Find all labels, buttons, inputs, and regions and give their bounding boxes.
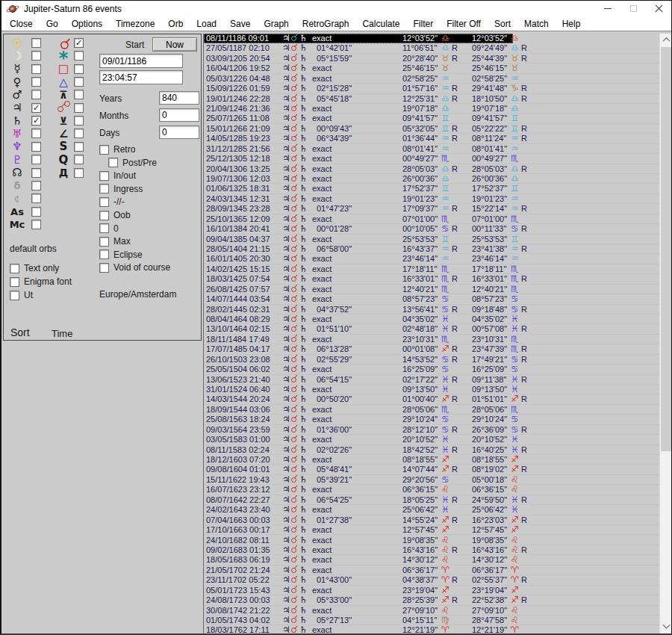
event-row[interactable]: 08/07/1642 22:27♃♄06°54'25"18°05'25"♓R24… bbox=[204, 495, 659, 505]
sesquiquadrate-checkbox[interactable] bbox=[74, 142, 84, 152]
sextile-checkbox[interactable] bbox=[74, 51, 84, 61]
event-row[interactable]: 28/02/1445 02:31♃♄04°37'52"13°56'41"♋R09… bbox=[204, 305, 659, 315]
event-row[interactable]: 13/10/1464 02:15♃♄01°51'10"02°48'18"♓R00… bbox=[204, 324, 659, 334]
max-checkbox[interactable] bbox=[99, 237, 109, 247]
post-pre-checkbox[interactable] bbox=[108, 158, 118, 167]
event-row[interactable]: 17/07/1485 04:17♃♄06°13'28"00°01'08"♐R23… bbox=[204, 344, 659, 354]
event-row[interactable]: 30/08/1742 21:22♃♄exact27°09'10"♌27°09'1… bbox=[204, 606, 659, 616]
midheaven-checkbox[interactable] bbox=[31, 220, 41, 229]
event-row[interactable]: 05/01/1723 15:43♃♄exact23°19'04"♐23°19'0… bbox=[204, 586, 659, 595]
biquintile-checkbox[interactable] bbox=[74, 168, 84, 178]
event-row[interactable]: 19/07/1306 12:03♃♄exact26°00'36"♎26°00'3… bbox=[204, 174, 659, 184]
event-row[interactable]: 28/05/1404 21:15♃♄06°58'00"16°43'37"♒R23… bbox=[204, 244, 659, 254]
ceres-checkbox[interactable] bbox=[31, 193, 41, 203]
mercury-checkbox[interactable] bbox=[31, 64, 41, 74]
menu-item-filter-off[interactable]: Filter Off bbox=[440, 17, 488, 31]
menu-item-graph[interactable]: Graph bbox=[257, 17, 295, 31]
menu-item-filter[interactable]: Filter bbox=[406, 17, 440, 31]
menu-item-calculate[interactable]: Calculate bbox=[355, 17, 406, 31]
menu-item-orb[interactable]: Orb bbox=[161, 17, 190, 31]
event-row[interactable]: 28/09/1345 23:28♃♄01°47'23"17°09'37"♒R15… bbox=[204, 204, 659, 214]
event-row[interactable]: 14/07/1444 03:54♃♄exact08°57'23"♋08°57'2… bbox=[204, 294, 659, 304]
months-input[interactable] bbox=[159, 108, 199, 122]
uranus-checkbox[interactable] bbox=[31, 128, 41, 138]
event-row[interactable]: 16/01/1405 20:30♃♄exact23°46'14"♒23°46'1… bbox=[204, 254, 659, 264]
trine-checkbox[interactable] bbox=[74, 77, 84, 87]
jupiter-checkbox[interactable]: ✓ bbox=[31, 103, 41, 113]
event-row[interactable]: 24/10/1682 08:11♃♄exact19°08'35"♌19°08'3… bbox=[204, 536, 659, 545]
event-row[interactable]: 16/10/1384 20:41♃♄00°01'28"00°10'05"♋R00… bbox=[204, 224, 659, 234]
maximize-button[interactable] bbox=[620, 1, 646, 16]
sun-checkbox[interactable] bbox=[31, 38, 41, 48]
quintile-checkbox[interactable] bbox=[74, 155, 84, 164]
event-row[interactable]: 24/03/1345 12:31♃♄exact19°01'23"♒19°01'2… bbox=[204, 194, 659, 204]
menu-item-match[interactable]: Match bbox=[517, 17, 556, 31]
event-row[interactable]: 01/05/1743 04:02♃♄05°27'13"04°15'11"♍28°… bbox=[204, 616, 659, 625]
chiron-checkbox[interactable] bbox=[31, 181, 41, 190]
event-row[interactable]: 27/05/1187 02:10♃♄01°42'01"11°06'51"♎R09… bbox=[204, 43, 659, 53]
double-slash-checkbox[interactable] bbox=[99, 197, 109, 207]
event-row[interactable]: 24/08/1723 00:03♃♄05°33'00"28°25'39"♐R22… bbox=[204, 595, 659, 605]
event-row[interactable]: 08/04/1464 08:29♃♄exact04°35'02"♓04°35'0… bbox=[204, 315, 659, 324]
event-row[interactable]: 13/06/1523 21:40♃♄06°54'15"02°17'22"♓R09… bbox=[204, 375, 659, 385]
years-input[interactable] bbox=[159, 91, 199, 105]
event-row[interactable]: 14/02/1425 15:15♃♄exact17°18'11"♏17°18'1… bbox=[204, 264, 659, 274]
saturn-checkbox[interactable]: ✓ bbox=[31, 116, 41, 126]
venus-checkbox[interactable] bbox=[31, 77, 41, 87]
quincunx-checkbox[interactable] bbox=[74, 90, 84, 99]
event-row[interactable]: 18/03/1425 07:54♃♄exact16°33'01"♏R16°33'… bbox=[204, 274, 659, 284]
now-button[interactable]: Now bbox=[152, 37, 197, 52]
neptune-checkbox[interactable] bbox=[31, 142, 41, 152]
menu-item-go[interactable]: Go bbox=[40, 17, 65, 31]
event-row[interactable]: 25/10/1365 12:09♃♄exact07°01'00"♏07°01'0… bbox=[204, 214, 659, 224]
event-row[interactable]: 01/06/1325 18:31♃♄exact17°52'37"♊17°52'3… bbox=[204, 184, 659, 193]
event-row[interactable]: 08/11/1186 09:01♃♄exact12°03'52"♎12°03'5… bbox=[204, 34, 513, 43]
menu-item-close[interactable]: Close bbox=[3, 17, 40, 31]
eclipse-checkbox[interactable] bbox=[99, 250, 109, 259]
scroll-up-button[interactable] bbox=[660, 34, 672, 46]
menu-item-help[interactable]: Help bbox=[556, 17, 588, 31]
event-row[interactable]: 09/08/1604 01:01♃♄05°48'41"14°07'44"♐R08… bbox=[204, 465, 659, 474]
event-row[interactable]: 09/04/1385 04:37♃♄exact25°53'53"♊25°53'5… bbox=[204, 235, 659, 244]
oob-checkbox[interactable] bbox=[99, 211, 109, 220]
event-row[interactable]: 24/02/1643 23:40♃♄exact25°06'42"♓25°06'4… bbox=[204, 505, 659, 515]
pluto-checkbox[interactable] bbox=[31, 155, 41, 164]
event-row[interactable]: 31/01/1524 06:40♃♄exact09°13'50"♓09°13'5… bbox=[204, 385, 659, 394]
event-row[interactable]: 07/04/1663 00:03♃♄01°27'38"14°55'24"♐R16… bbox=[204, 515, 659, 525]
close-button[interactable] bbox=[646, 1, 671, 16]
menu-item-timezone[interactable]: Timezone bbox=[109, 17, 161, 31]
event-row[interactable]: 25/12/1305 12:18♃♄exact00°49'27"♏00°49'2… bbox=[204, 154, 659, 164]
zero-checkbox[interactable] bbox=[99, 223, 109, 233]
north-node-checkbox[interactable] bbox=[31, 168, 41, 178]
event-row[interactable]: 25/05/1504 06:02♃♄exact16°25'09"♋16°25'0… bbox=[204, 365, 659, 374]
event-row[interactable]: 18/03/1762 17:11♃♄exact12°21'19"♈12°21'1… bbox=[204, 625, 659, 634]
mars-checkbox[interactable] bbox=[31, 90, 41, 99]
start-time-input[interactable] bbox=[99, 70, 183, 84]
event-row[interactable]: 14/03/1544 20:24♃♄00°50'20"01°00'40"♐R01… bbox=[204, 394, 659, 404]
event-row[interactable]: 23/11/1702 05:22♃♄01°43'00"04°38'37"♈R02… bbox=[204, 575, 659, 585]
in-out-checkbox[interactable] bbox=[99, 171, 109, 181]
event-row[interactable]: 18/11/1484 17:49♃♄exact23°10'31"♏23°10'3… bbox=[204, 335, 659, 344]
event-row[interactable]: 03/05/1583 01:00♃♄exact20°10'52"♓20°10'5… bbox=[204, 435, 659, 444]
event-row[interactable]: 03/09/1205 20:54♃♄05°15'59"20°28'40"♉R25… bbox=[204, 54, 659, 64]
event-row[interactable]: 18/09/1544 03:06♃♄exact28°05'06"♏28°05'0… bbox=[204, 405, 659, 415]
vertical-scrollbar[interactable] bbox=[659, 34, 671, 634]
square-checkbox[interactable] bbox=[74, 64, 84, 74]
event-row[interactable]: 25/08/1563 18:24♃♄exact29°10'24"♋29°10'2… bbox=[204, 415, 659, 424]
menu-item-options[interactable]: Options bbox=[65, 17, 109, 31]
event-row[interactable]: 09/02/1683 01:35♃♄exact16°43'16"♌R16°43'… bbox=[204, 545, 659, 555]
ingress-checkbox[interactable] bbox=[99, 184, 109, 193]
event-row[interactable]: 08/11/1583 02:24♃♄02°02'26"18°42'52"♓R16… bbox=[204, 445, 659, 455]
ut-checkbox[interactable] bbox=[10, 291, 19, 300]
event-row[interactable]: 15/11/1622 19:43♃♄05°39'21"29°20'56"♋05°… bbox=[204, 475, 659, 485]
event-row[interactable]: 14/05/1285 19:23♃♄06°34'39"01°36'44"♒R08… bbox=[204, 134, 659, 143]
event-row[interactable]: 15/09/1226 01:59♃♄02°15'28"01°57'16"♒R29… bbox=[204, 84, 659, 93]
scroll-down-button[interactable] bbox=[660, 621, 672, 634]
event-row[interactable]: 16/07/1623 23:12♃♄exact06°36'15"♌06°36'1… bbox=[204, 485, 659, 495]
days-input[interactable] bbox=[159, 126, 199, 139]
event-row[interactable]: 18/05/1683 06:19♃♄exact14°30'12"♌14°30'1… bbox=[204, 555, 659, 565]
text-only-checkbox[interactable] bbox=[10, 264, 19, 273]
event-row[interactable]: 15/01/1266 21:09♃♄00°09'43"05°32'05"♊R05… bbox=[204, 124, 659, 134]
event-row[interactable]: 25/07/1265 11:08♃♄exact09°41'57"♊09°41'5… bbox=[204, 114, 659, 123]
menu-item-retrograph[interactable]: RetroGraph bbox=[296, 17, 356, 31]
